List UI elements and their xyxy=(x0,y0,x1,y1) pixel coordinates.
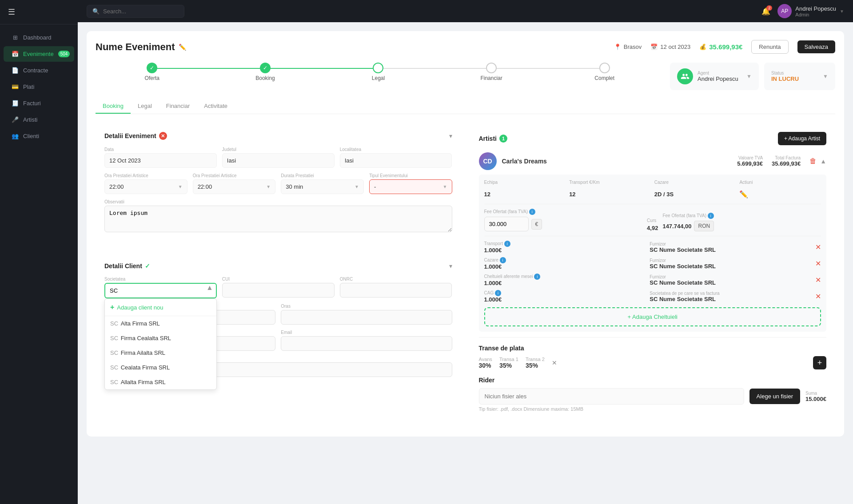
rider-title: Rider xyxy=(479,377,827,384)
sidebar-label-facturi: Facturi xyxy=(23,100,41,107)
fee-input[interactable] xyxy=(484,217,529,231)
step-financiar[interactable]: Financiar xyxy=(435,63,548,81)
detalii-client-title-text: Detalii Client xyxy=(104,262,142,270)
tab-financiar[interactable]: Financiar xyxy=(159,99,197,114)
rider-title-text: Rider xyxy=(479,377,495,384)
furnizor2-info: Furnizor SC Nume Societate SRL xyxy=(650,258,812,270)
notifications-button[interactable]: 🔔 2 xyxy=(761,7,770,16)
cui-label: CUI xyxy=(222,277,335,282)
dropdown-option-1[interactable]: SC Firma Cealalta SRL xyxy=(105,331,216,345)
email-input[interactable] xyxy=(281,336,452,351)
plus-icon: + xyxy=(110,303,114,311)
add-artist-button[interactable]: + Adauga Artist xyxy=(778,132,826,145)
cancel-button[interactable]: Renunta xyxy=(751,40,788,54)
add-transa-button[interactable]: + xyxy=(813,356,826,369)
dropdown-option-4[interactable]: SC Allalta Firma SRL xyxy=(105,375,216,389)
user-profile[interactable]: AP Andrei Popescu Admin ▼ xyxy=(777,4,844,18)
add-client-option[interactable]: + Adauga client nou xyxy=(105,299,216,316)
tip-label: Tipul Evenimentului xyxy=(369,173,452,178)
agent-avatar xyxy=(677,68,693,84)
cazare-value: 2D / 3S xyxy=(654,191,736,198)
error-indicator: ✕ xyxy=(159,132,167,140)
user-name: Andrei Popescu xyxy=(795,5,836,12)
event-price: 35.699,93€ xyxy=(709,43,742,51)
sidebar-item-dashboard[interactable]: ⊞ Dashboard xyxy=(4,30,74,45)
curs-section: Curs 4,92 xyxy=(647,218,658,231)
status-value: IN LUCRU xyxy=(771,75,799,82)
events-badge: 504 xyxy=(58,51,70,57)
ora2-value: 22:00 ▼ xyxy=(193,179,276,194)
collapse-client-button[interactable]: ▾ xyxy=(449,262,452,270)
transport-cost-row: Transport i 1.000€ Furnizor SC Nume Soci… xyxy=(484,241,821,254)
sidebar-item-plati[interactable]: 💳 Plati xyxy=(4,79,74,95)
onrc-input[interactable] xyxy=(340,283,452,298)
tab-activitate[interactable]: Activitate xyxy=(197,99,235,114)
obs-textarea[interactable]: Lorem ipsum xyxy=(104,206,452,232)
remove-transport-button[interactable]: ✕ xyxy=(815,243,821,251)
sidebar-item-contracte[interactable]: 📄 Contracte xyxy=(4,63,74,78)
agent-chevron-icon[interactable]: ▼ xyxy=(746,73,752,79)
echipa-label: Echipa xyxy=(484,180,566,185)
dropdown-option-2[interactable]: SC Firma Ailalta SRL xyxy=(105,345,216,360)
sidebar-item-clienti[interactable]: 👥 Clienti xyxy=(4,128,74,144)
eveniment-row1: Data 12 Oct 2023 Judetul Iasi Localitate… xyxy=(104,147,452,168)
societatea-dropdown: + Adauga client nou SC Alta Firma SRL SC… xyxy=(104,298,217,390)
sidebar-label-evenimente: Evenimente xyxy=(23,51,54,57)
rider-file-input[interactable] xyxy=(479,388,744,405)
fee-ron-label: Fee Ofertat (fara TVA) i xyxy=(662,213,821,219)
fee-ron-section: Fee Ofertat (fara TVA) i 147.744,00 RON xyxy=(662,213,821,231)
step-oferta[interactable]: ✓ Oferta xyxy=(96,63,209,81)
sidebar-label-clienti: Clienti xyxy=(23,133,39,139)
sidebar-item-facturi[interactable]: 🧾 Facturi xyxy=(4,95,74,111)
remove-cazare-button[interactable]: ✕ xyxy=(815,259,821,268)
dropdown-option-3[interactable]: SC Cealata Firma SRL xyxy=(105,360,216,375)
tab-legal[interactable]: Legal xyxy=(131,99,159,114)
edit-title-icon[interactable]: ✏️ xyxy=(179,44,186,51)
chevron-down-icon: ▼ xyxy=(840,9,844,14)
furnizor1-value: SC Nume Societate SRL xyxy=(650,246,812,253)
transe-title: Transe de plata xyxy=(479,345,827,352)
step-circle-legal xyxy=(373,63,383,73)
tip-value[interactable]: - ▼ xyxy=(369,179,452,194)
societatea-input[interactable] xyxy=(104,283,217,298)
step-legal[interactable]: Legal xyxy=(322,63,435,81)
dropdown-option-0[interactable]: SC Alta Firma SRL xyxy=(105,316,216,331)
field-judet: Judetul Iasi xyxy=(222,147,335,168)
cui-input[interactable] xyxy=(222,283,335,298)
status-chevron-icon[interactable]: ▼ xyxy=(823,73,828,79)
field-ora2: Ora Prestatiei Artistice 22:00 ▼ xyxy=(193,173,276,194)
sidebar-item-artisti[interactable]: 🎤 Artisti xyxy=(4,112,74,127)
location-icon: 📍 xyxy=(614,44,621,50)
remove-chelt-button[interactable]: ✕ xyxy=(815,276,821,284)
step-booking[interactable]: ✓ Booking xyxy=(209,63,322,81)
remove-cag-button[interactable]: ✕ xyxy=(815,292,821,301)
step-circle-complet xyxy=(599,63,610,73)
remove-transa-button[interactable]: ✕ xyxy=(552,359,557,366)
event-date: 12 oct 2023 xyxy=(660,44,690,50)
step-label-complet: Complet xyxy=(594,75,614,81)
top-area: ✓ Oferta ✓ Booking Legal xyxy=(96,63,835,90)
hamburger-icon[interactable]: ☰ xyxy=(8,8,15,16)
delete-artist-button[interactable]: 🗑 xyxy=(809,157,817,165)
tab-booking[interactable]: Booking xyxy=(96,99,131,114)
add-cheltuieli-button[interactable]: + Adauga Cheltuieli xyxy=(484,307,821,326)
save-button[interactable]: Salveaza xyxy=(797,40,835,53)
step-complet[interactable]: Complet xyxy=(548,63,661,81)
avans-label: Avans xyxy=(479,357,492,362)
search-input[interactable] xyxy=(103,8,179,15)
search-box[interactable]: 🔍 xyxy=(87,5,184,18)
sidebar-item-evenimente[interactable]: 📅 Evenimente 504 xyxy=(4,46,74,62)
choose-file-button[interactable]: Alege un fisier xyxy=(749,389,800,404)
total-label: Total Factura xyxy=(772,155,801,160)
content-columns: Detalii Eveniment ✕ ▾ Data 12 Oct 2023 xyxy=(96,123,835,428)
oras-input[interactable] xyxy=(281,310,452,325)
collapse-artist-button[interactable]: ▲ xyxy=(820,158,826,165)
ron-button[interactable]: RON xyxy=(694,221,714,231)
edit-artist-button[interactable]: ✏️ xyxy=(739,190,821,198)
currency-button[interactable]: € xyxy=(531,219,542,230)
transport-cost-label-text: Transport xyxy=(484,241,503,246)
rider-suma: Suma 15.000€ xyxy=(805,391,826,402)
collapse-eveniment-button[interactable]: ▾ xyxy=(449,132,452,139)
sidebar: ☰ ⊞ Dashboard 📅 Evenimente 504 📄 Contrac… xyxy=(0,0,78,504)
date-meta: 📅 12 oct 2023 xyxy=(650,44,690,50)
